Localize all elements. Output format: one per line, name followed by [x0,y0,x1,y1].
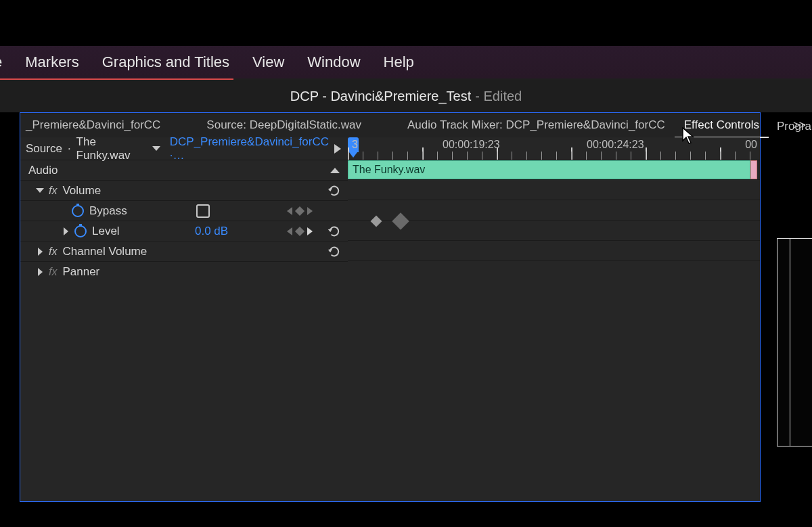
effect-controls-left: Source · The Funky.wav DCP_Premiere&Davi… [20,137,348,501]
effect-controls-timeline[interactable]: 3 00:00:19:23 00:00:24:23 00 The Funky.w… [348,137,760,501]
disclosure-panner[interactable] [35,268,45,276]
effect-controls-panel: _Premiere&Davinci_forCC Source: DeepDigi… [20,112,761,502]
menu-item-view[interactable]: View [252,53,284,71]
menu-item-markers[interactable]: Markers [25,53,78,71]
letterbox-bottom [0,503,812,527]
audio-section-label: Audio [28,164,58,177]
menu-item-window[interactable]: Window [307,53,360,71]
disclosure-level[interactable] [61,227,70,235]
source-dropdown-icon[interactable] [152,146,160,151]
keyframe-icon[interactable] [395,216,407,227]
stopwatch-level-icon[interactable] [74,225,87,237]
menu-item-help[interactable]: Help [384,53,414,71]
source-header-row: Source · The Funky.wav DCP_Premiere&Davi… [20,137,348,160]
project-name: DCP - Davinci&Premiere_Test [290,89,472,104]
source-label: Source [26,142,62,156]
menu-item-truncated[interactable]: ce [0,53,2,71]
keyframe-nav-bypass [287,207,313,215]
tab-audio-mixer[interactable]: Audio Track Mixer: DCP_Premiere&Davinci_… [398,118,675,132]
play-icon[interactable] [334,144,341,154]
clip-bar[interactable]: The Funky.wav [348,160,750,179]
tab-program[interactable]: Program [777,117,812,136]
audio-section-header[interactable]: Audio [20,160,348,181]
fx-row-volume[interactable]: fx Volume [20,181,348,201]
stopwatch-bypass-icon[interactable] [72,205,84,217]
clip-name: The Funky.wav [353,164,425,176]
source-clip-name: The Funky.wav [76,135,143,162]
kf-add-icon[interactable] [295,226,304,235]
reset-volume-icon[interactable] [326,184,341,198]
app-menubar: ce Markers Graphics and Titles View Wind… [0,46,812,78]
keyframe-icon[interactable] [371,216,382,227]
menu-item-graphics[interactable]: Graphics and Titles [102,53,229,71]
reset-level-icon[interactable] [326,225,341,238]
program-monitor-fragment [777,238,812,446]
reset-channel-volume-icon[interactable] [326,245,341,258]
time-ruler[interactable]: 3 00:00:19:23 00:00:24:23 00 [348,137,760,160]
kf-add-icon[interactable] [295,206,304,215]
fx-badge-icon: fx [49,185,57,197]
disclosure-volume[interactable] [35,188,45,193]
collapse-up-icon[interactable] [330,168,340,173]
panel-tab-strip: _Premiere&Davinci_forCC Source: DeepDigi… [20,113,760,137]
kf-prev-icon[interactable] [287,227,292,235]
param-level-label: Level [92,225,120,238]
param-bypass-label: Bypass [89,204,127,218]
level-value[interactable]: 0.0 dB [195,225,228,238]
document-title-bar: DCP - Davinci&Premiere_Test - Edited [0,80,812,112]
tab-project[interactable]: _Premiere&Davinci_forCC [20,118,170,132]
fx-panner-label: Panner [62,265,99,279]
kf-next-icon[interactable] [307,227,313,235]
level-keyframe-lane[interactable] [348,213,760,232]
kf-next-icon[interactable] [307,207,313,215]
param-row-bypass: Bypass [20,201,348,221]
tab-source[interactable]: Source: DeepDigitalStatic.wav [197,118,371,132]
fx-badge-icon: fx [49,266,57,278]
bypass-checkbox[interactable] [196,204,210,218]
param-row-level: Level 0.0 dB [20,221,348,242]
letterbox-top [0,0,812,46]
fx-badge-icon: fx [49,246,57,258]
kf-prev-icon[interactable] [287,207,292,215]
fx-volume-label: Volume [62,184,101,198]
fx-row-channel-volume[interactable]: fx Channel Volume [20,242,348,262]
keyframe-nav-level [287,227,313,235]
disclosure-channel-volume[interactable] [35,248,45,256]
edited-suffix: - Edited [475,89,522,104]
fx-row-panner[interactable]: fx Panner [20,262,348,282]
fx-channel-volume-label: Channel Volume [62,245,147,258]
tab-effect-controls[interactable]: Effect Controls [675,118,769,132]
dot-sep: · [68,142,71,156]
sequence-link[interactable]: DCP_Premiere&Davinci_forCC ·… [170,135,329,162]
clip-tail-marker [750,160,757,179]
